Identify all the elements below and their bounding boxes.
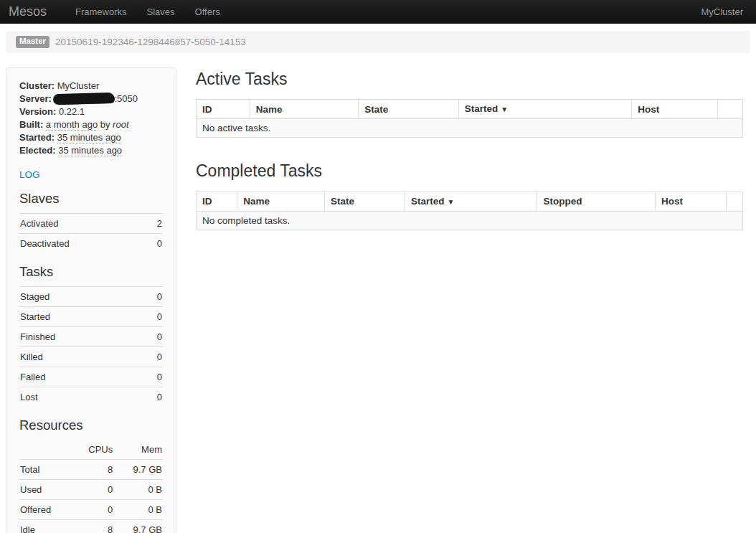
stat-value: 0 (146, 233, 163, 253)
stat-value: 9.7 GB (113, 460, 163, 480)
column-header-started[interactable]: Started▼ (458, 100, 632, 119)
completed-tasks-heading: Completed Tasks (196, 161, 743, 181)
table-row: Finished 0 (19, 326, 163, 346)
stat-label: Failed (19, 367, 141, 387)
main-content: Active Tasks ID Name State Started▼ Host… (196, 67, 743, 230)
built-info-line: Built: a month ago by root (19, 118, 163, 131)
active-tasks-table: ID Name State Started▼ Host No active ta… (196, 99, 743, 138)
empty-state-message: No active tasks. (197, 119, 743, 138)
stat-value: 0 (141, 286, 163, 306)
column-header-name[interactable]: Name (237, 192, 325, 211)
nav-item-slaves[interactable]: Slaves (137, 0, 185, 24)
empty-state-row: No completed tasks. (197, 211, 743, 230)
started-relative-time: 35 minutes ago (57, 132, 121, 143)
elected-label: Elected: (19, 145, 56, 156)
sort-desc-icon: ▼ (501, 105, 508, 113)
navbar: Mesos Frameworks Slaves Offers MyCluster (0, 0, 756, 24)
stat-value: 9.7 GB (113, 520, 163, 533)
table-header-row: ID Name State Started▼ Stopped Host (197, 192, 743, 211)
master-badge: Master (16, 36, 49, 48)
stat-value: 0 (141, 387, 163, 407)
started-info-line: Started: 35 minutes ago (19, 131, 163, 144)
cluster-value: MyCluster (57, 80, 100, 91)
column-header-started-label: Started (411, 196, 445, 207)
table-row: Deactivated 0 (19, 233, 163, 253)
table-row: Killed 0 (19, 346, 163, 367)
stat-value: 0 (141, 326, 163, 346)
stat-value: 0 (141, 346, 163, 367)
stat-label: Lost (19, 387, 141, 407)
stat-label: Killed (19, 346, 141, 367)
resources-mem-header: Mem (113, 440, 163, 460)
stat-value: 0 (72, 480, 113, 500)
built-label: Built: (19, 119, 43, 130)
stat-label: Offered (19, 500, 72, 520)
empty-state-row: No active tasks. (197, 119, 743, 138)
version-label: Version: (19, 106, 56, 117)
stat-value: 0 (72, 500, 113, 520)
sidebar: Cluster: MyCluster Server: :5050 Version… (6, 67, 176, 533)
stat-value: 0 (141, 306, 163, 326)
redacted-server-address (54, 92, 114, 103)
server-info-line: Server: :5050 (19, 93, 163, 105)
stat-label: Finished (19, 326, 141, 346)
column-header-id[interactable]: ID (197, 100, 250, 119)
column-header-name[interactable]: Name (250, 100, 359, 119)
active-tasks-heading: Active Tasks (196, 70, 743, 90)
stat-label: Idle (19, 520, 72, 533)
table-header-row: ID Name State Started▼ Host (197, 100, 743, 119)
stat-value: 0 B (113, 480, 163, 500)
table-row: Used 0 0 B (19, 480, 163, 500)
empty-state-message: No completed tasks. (197, 211, 743, 230)
resources-section-heading: Resources (19, 418, 163, 433)
elected-relative-time: 35 minutes ago (58, 145, 122, 156)
cluster-label: Cluster: (19, 80, 55, 91)
version-value: 0.22.1 (59, 106, 85, 117)
stat-label: Activated (19, 213, 146, 233)
table-row: Failed 0 (19, 367, 163, 387)
elected-info-line: Elected: 35 minutes ago (19, 144, 163, 157)
column-header-host[interactable]: Host (632, 100, 718, 119)
built-by-text: by (100, 119, 110, 130)
server-label: Server: (19, 93, 52, 104)
column-header-started[interactable]: Started▼ (405, 192, 537, 211)
nav-item-frameworks[interactable]: Frameworks (65, 0, 137, 24)
stat-value: 8 (72, 460, 113, 480)
table-row: Staged 0 (19, 286, 163, 306)
column-header-stopped[interactable]: Stopped (537, 192, 656, 211)
column-header-host[interactable]: Host (656, 192, 727, 211)
stat-label: Used (19, 480, 72, 500)
resources-cpus-header: CPUs (72, 440, 113, 460)
column-header-actions (727, 192, 743, 211)
column-header-actions (717, 100, 742, 119)
column-header-state[interactable]: State (359, 100, 458, 119)
column-header-started-label: Started (465, 103, 499, 114)
slaves-table: Activated 2 Deactivated 0 (19, 213, 163, 253)
column-header-state[interactable]: State (325, 192, 405, 211)
stat-label: Started (19, 306, 141, 326)
breadcrumb: Master 20150619-192346-1298446857-5050-1… (6, 31, 750, 53)
nav-item-offers[interactable]: Offers (185, 0, 230, 24)
stat-label: Deactivated (19, 233, 146, 253)
table-row: Started 0 (19, 306, 163, 326)
version-info-line: Version: 0.22.1 (19, 105, 163, 118)
sort-desc-icon: ▼ (448, 198, 455, 206)
table-row: Offered 0 0 B (19, 500, 163, 520)
resources-table: CPUs Mem Total 8 9.7 GB Used 0 0 B Offer… (19, 440, 163, 533)
server-port: :5050 (114, 93, 138, 104)
table-row: Lost 0 (19, 387, 163, 407)
navbar-cluster-name: MyCluster (701, 6, 749, 17)
tasks-section-heading: Tasks (19, 264, 163, 280)
stat-label: Staged (19, 286, 141, 306)
table-row: CPUs Mem (19, 440, 163, 460)
navbar-brand[interactable]: Mesos (7, 4, 54, 19)
stat-value: 2 (146, 213, 163, 233)
log-link[interactable]: LOG (19, 169, 40, 180)
built-relative-time: a month ago (46, 119, 98, 131)
column-header-id[interactable]: ID (197, 192, 237, 211)
slaves-section-heading: Slaves (19, 191, 163, 207)
stat-label: Total (19, 460, 72, 480)
master-id: 20150619-192346-1298446857-5050-14153 (55, 37, 246, 47)
stat-value: 0 B (113, 500, 163, 520)
cluster-info-line: Cluster: MyCluster (19, 80, 163, 93)
